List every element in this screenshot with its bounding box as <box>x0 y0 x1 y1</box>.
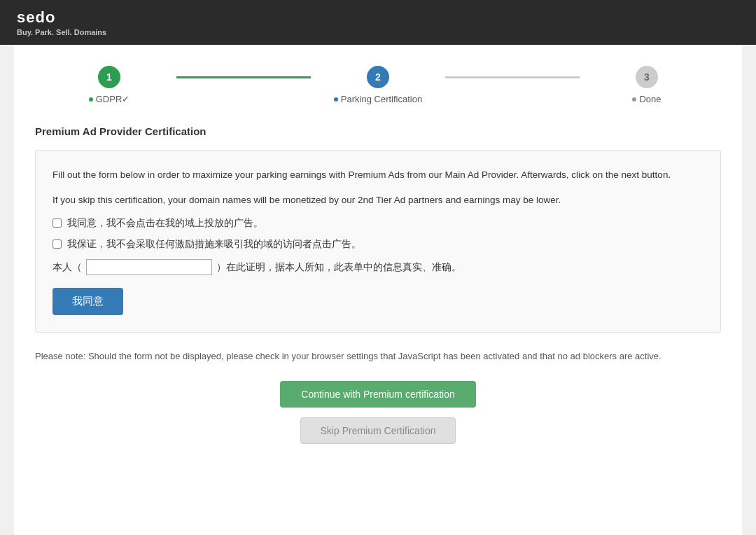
note-text: Please note: Should the form not be disp… <box>35 349 721 364</box>
form-box: Fill out the form below in order to maxi… <box>35 150 721 333</box>
line-2-3 <box>445 76 580 78</box>
step-2-label: Parking Certification <box>334 94 422 104</box>
stepper: 1 GDPR✓ 2 Parking Certification 3 Done <box>35 66 721 104</box>
step-1: 1 GDPR✓ <box>42 66 176 104</box>
checkbox-row-2[interactable]: 我保证，我不会采取任何激励措施来吸引我的域的访问者点击广告。 <box>52 238 704 251</box>
step-2-dot <box>334 97 338 102</box>
checkbox-1[interactable] <box>52 218 62 228</box>
form-paragraph-1: Fill out the form below in order to maxi… <box>52 167 704 183</box>
step-1-label: GDPR✓ <box>89 94 130 104</box>
skip-button[interactable]: Skip Premium Certification <box>300 417 456 444</box>
step-2-circle: 2 <box>367 66 389 88</box>
checkbox-2-label: 我保证，我不会采取任何激励措施来吸引我的域的访问者点击广告。 <box>67 238 361 251</box>
signature-prefix: 本人（ <box>52 261 82 274</box>
logo-text: sedo <box>17 8 55 26</box>
step-3-label: Done <box>632 94 661 104</box>
signature-row: 本人（ ）在此证明，据本人所知，此表单中的信息真实、准确。 <box>52 259 704 275</box>
main-container: 1 GDPR✓ 2 Parking Certification 3 Done <box>14 45 742 535</box>
step-2: 2 Parking Certification <box>311 66 445 104</box>
signature-suffix: ）在此证明，据本人所知，此表单中的信息真实、准确。 <box>216 261 461 274</box>
bottom-actions: Continue with Premium certification Skip… <box>35 381 721 444</box>
section-title: Premium Ad Provider Certification <box>35 125 721 137</box>
step-1-dot <box>89 97 93 102</box>
line-1-2 <box>176 76 311 78</box>
logo: sedo Buy. Park. Sell. Domains <box>17 8 106 36</box>
logo-tagline: Buy. Park. Sell. Domains <box>17 28 106 36</box>
continue-button[interactable]: Continue with Premium certification <box>280 381 475 408</box>
form-paragraph-2: If you skip this certification, your dom… <box>52 193 704 208</box>
step-3-circle: 3 <box>636 66 658 88</box>
step-1-circle: 1 <box>98 66 120 88</box>
step-3-dot <box>632 97 636 102</box>
site-header: sedo Buy. Park. Sell. Domains <box>0 0 756 45</box>
checkbox-1-label: 我同意，我不会点击在我的域上投放的广告。 <box>67 217 263 230</box>
agree-button[interactable]: 我同意 <box>52 288 123 315</box>
signature-input[interactable] <box>86 259 212 275</box>
step-3: 3 Done <box>580 66 714 104</box>
checkbox-2[interactable] <box>52 239 62 249</box>
checkbox-row-1[interactable]: 我同意，我不会点击在我的域上投放的广告。 <box>52 217 704 230</box>
